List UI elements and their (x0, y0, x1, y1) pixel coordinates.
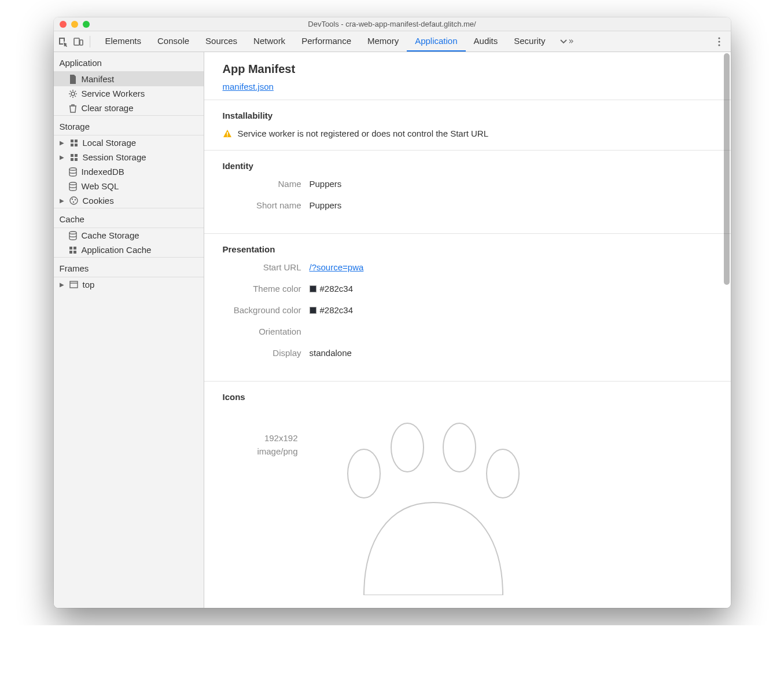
tabs-right-group (713, 36, 727, 47)
tab-console[interactable]: Console (149, 31, 197, 52)
section-title-icons: Icons (223, 392, 712, 402)
background-color-value: #282c34 (310, 305, 354, 315)
close-window-button[interactable] (60, 21, 67, 28)
grid-icon (68, 246, 78, 254)
sidebar-item-label: Manifest (82, 74, 115, 84)
svg-point-18 (75, 199, 76, 200)
sidebar-item-cookies[interactable]: ▶ Cookies (54, 193, 204, 208)
svg-point-3 (718, 41, 720, 42)
cookie-icon (69, 196, 79, 205)
vertical-scrollbar[interactable] (724, 53, 730, 285)
zoom-window-button[interactable] (83, 21, 90, 28)
chevron-right-icon: ▶ (60, 140, 65, 146)
tab-elements[interactable]: Elements (97, 31, 150, 52)
installability-section: Installability Service worker is not reg… (204, 100, 731, 150)
svg-point-15 (69, 182, 76, 184)
tab-memory[interactable]: Memory (359, 31, 407, 52)
device-toolbar-icon[interactable] (72, 36, 84, 47)
theme-color-swatch (310, 285, 316, 292)
tabs-overflow-icon[interactable]: » (553, 31, 579, 52)
section-title-presentation: Presentation (223, 244, 712, 254)
svg-rect-13 (75, 158, 78, 161)
sidebar-item-cache-storage[interactable]: Cache Storage (54, 228, 204, 243)
background-color-swatch (310, 307, 316, 314)
svg-point-29 (348, 449, 380, 498)
identity-shortname-value: Puppers (310, 200, 342, 210)
tab-security[interactable]: Security (506, 31, 553, 52)
svg-point-17 (72, 199, 73, 200)
display-label: Display (223, 348, 310, 358)
svg-point-4 (718, 44, 720, 46)
sidebar-item-label: top (83, 280, 95, 289)
identity-shortname-label: Short name (223, 200, 310, 210)
chevron-right-icon: ▶ (60, 154, 65, 160)
database-icon (68, 182, 78, 191)
devtools-tabstrip: Elements Console Sources Network Perform… (54, 31, 731, 52)
database-icon (68, 231, 78, 240)
manifest-scroll[interactable]: App Manifest manifest.json Installabilit… (204, 52, 731, 608)
sidebar-item-session-storage[interactable]: ▶ Session Storage (54, 150, 204, 164)
identity-name-label: Name (223, 179, 310, 189)
traffic-lights (54, 21, 90, 28)
svg-rect-11 (75, 154, 78, 157)
identity-name-value: Puppers (310, 179, 342, 189)
sidebar-item-label: Web SQL (82, 181, 119, 191)
toolbar-left-group (57, 36, 90, 47)
svg-rect-9 (75, 144, 78, 146)
tab-network[interactable]: Network (245, 31, 293, 52)
document-icon (68, 75, 78, 84)
svg-point-32 (487, 449, 519, 498)
database-icon (68, 167, 78, 177)
sidebar-item-local-storage[interactable]: ▶ Local Storage (54, 135, 204, 150)
tab-audits[interactable]: Audits (466, 31, 506, 52)
svg-rect-7 (75, 140, 78, 142)
tab-performance[interactable]: Performance (293, 31, 359, 52)
start-url-link[interactable]: /?source=pwa (310, 262, 364, 272)
inspect-element-icon[interactable] (57, 36, 69, 47)
icons-section: Icons 192x192 image/png (204, 381, 731, 595)
sidebar-item-label: Application Cache (82, 245, 152, 255)
sidebar-section-storage: Storage (54, 115, 204, 135)
svg-rect-28 (227, 135, 228, 137)
sidebar-item-label: Local Storage (83, 138, 137, 148)
svg-rect-25 (70, 281, 78, 288)
svg-rect-6 (71, 140, 73, 142)
gear-icon (68, 89, 78, 98)
manifest-link[interactable]: manifest.json (223, 82, 274, 91)
window-titlebar: DevTools - cra-web-app-manifest-defaut.g… (54, 17, 731, 31)
tab-sources[interactable]: Sources (197, 31, 245, 52)
svg-rect-10 (71, 154, 73, 157)
trash-icon (68, 104, 78, 113)
tabs-container: Elements Console Sources Network Perform… (97, 31, 580, 52)
sidebar-item-top-frame[interactable]: ▶ top (54, 277, 204, 292)
svg-point-2 (718, 37, 720, 39)
sidebar-item-service-workers[interactable]: Service Workers (54, 86, 204, 101)
svg-point-5 (71, 92, 75, 96)
svg-point-19 (73, 201, 74, 203)
svg-rect-22 (73, 247, 76, 250)
tab-application[interactable]: Application (407, 31, 465, 52)
svg-rect-8 (71, 144, 73, 146)
svg-rect-24 (73, 251, 76, 254)
minimize-window-button[interactable] (71, 21, 78, 28)
content-area: Application Manifest Service Workers Cle… (54, 52, 731, 608)
manifest-panel: App Manifest manifest.json Installabilit… (204, 52, 731, 608)
application-sidebar: Application Manifest Service Workers Cle… (54, 52, 204, 608)
window-icon (69, 281, 79, 288)
page-title: App Manifest (223, 63, 712, 76)
sidebar-item-application-cache[interactable]: Application Cache (54, 243, 204, 257)
icon-mime: image/png (223, 446, 298, 456)
settings-menu-icon[interactable] (713, 36, 725, 47)
window-title: DevTools - cra-web-app-manifest-defaut.g… (54, 20, 731, 28)
svg-rect-1 (80, 40, 83, 45)
sidebar-item-manifest[interactable]: Manifest (54, 72, 204, 86)
sidebar-item-clear-storage[interactable]: Clear storage (54, 101, 204, 115)
svg-point-31 (443, 423, 476, 472)
presentation-section: Presentation Start URL /?source=pwa Them… (204, 233, 731, 381)
sidebar-item-web-sql[interactable]: Web SQL (54, 179, 204, 193)
sidebar-item-label: Session Storage (83, 152, 146, 162)
sidebar-item-indexeddb[interactable]: IndexedDB (54, 164, 204, 179)
svg-rect-0 (74, 38, 79, 45)
sidebar-item-label: Cache Storage (82, 230, 139, 240)
svg-point-30 (391, 423, 424, 472)
